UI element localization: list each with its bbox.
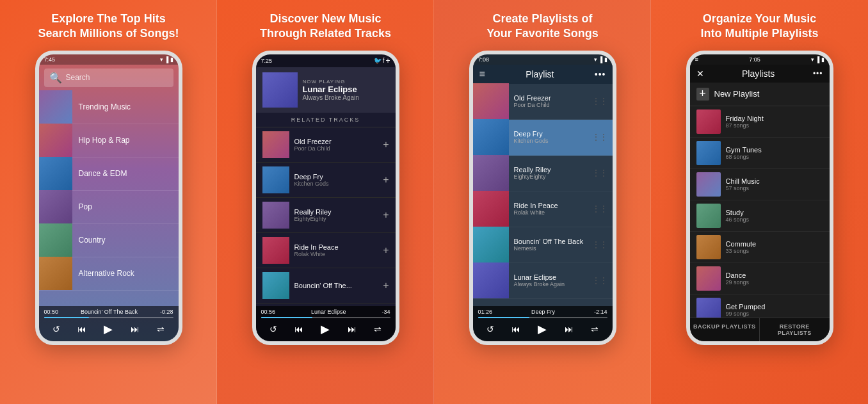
prev-btn-3[interactable]: ⏮ — [511, 324, 520, 334]
drag-handle-5[interactable]: ⋮⋮ — [592, 240, 613, 249]
category-country[interactable]: Country — [39, 224, 179, 257]
playlist-item-4[interactable]: Study 46 songs — [690, 200, 830, 232]
add-track-btn-5[interactable]: + — [383, 280, 389, 291]
player-controls-3: ↺ ⏮ ▶ ⏭ ⇌ — [478, 321, 607, 337]
track-4[interactable]: Ride In Peace Rolak White + — [256, 233, 396, 268]
playlist-song-4[interactable]: Ride In Peace Rolak White ⋮⋮ — [473, 191, 613, 227]
track-title-4: Ride In Peace — [294, 243, 378, 251]
playlist-name-7: Get Pumped — [726, 303, 823, 311]
progress-fill-2 — [261, 317, 313, 318]
playlist-item-3[interactable]: Chill Music 57 songs — [690, 169, 830, 200]
playlist-header: ≡ Playlist ••• — [473, 65, 613, 84]
add-track-btn-4[interactable]: + — [383, 245, 389, 256]
next-btn-3[interactable]: ⏭ — [565, 324, 574, 334]
category-alternative[interactable]: Alternative Rock — [39, 257, 179, 291]
track-art-2 — [262, 166, 289, 193]
playlist-art-3 — [696, 172, 721, 197]
phone-4: ≡ 7:05 ▾ ▐ ▮ ✕ Playlists ••• + New Playl… — [686, 51, 833, 345]
playlist-info-7: Get Pumped 99 songs — [726, 303, 823, 317]
progress-bar-2[interactable] — [261, 317, 390, 318]
category-pop[interactable]: Pop — [39, 191, 179, 224]
drag-handle-2[interactable]: ⋮⋮ — [592, 133, 613, 141]
next-btn-2[interactable]: ⏭ — [348, 324, 357, 334]
play-btn-3[interactable]: ▶ — [538, 322, 547, 336]
random-btn-3[interactable]: ⇌ — [591, 324, 599, 334]
category-thumb-4 — [39, 190, 72, 223]
add-track-btn-1[interactable]: + — [383, 139, 389, 150]
random-btn-1[interactable]: ⇌ — [157, 324, 165, 334]
progress-bar-3[interactable] — [478, 317, 607, 318]
shuffle-btn-3[interactable]: ↺ — [486, 324, 494, 334]
track-2[interactable]: Deep Fry Kitchen Gods + — [256, 163, 396, 198]
playlist-song-1[interactable]: Old Freezer Poor Da Child ⋮⋮ — [473, 84, 613, 120]
playlist-item-6[interactable]: Dance 29 songs — [690, 263, 830, 295]
category-trending[interactable]: Trending Music — [39, 91, 179, 124]
play-btn-1[interactable]: ▶ — [104, 322, 113, 336]
search-placeholder: Search — [66, 73, 90, 82]
signal-icon-4: ▐ — [816, 56, 819, 63]
drag-handle-6[interactable]: ⋮⋮ — [592, 276, 613, 285]
track-title-1: Old Freezer — [294, 138, 378, 145]
playlist-count-4: 46 songs — [726, 216, 823, 223]
song-info-2: 00:56 Lunar Eclipse -34 — [261, 309, 390, 315]
phone-1-screen: 7:45 ▾ ▐ ▮ 🔍 Search Trending Music Hip H… — [39, 54, 179, 341]
playlist-art-4 — [696, 204, 721, 228]
close-icon-4[interactable]: ✕ — [696, 69, 704, 79]
random-btn-2[interactable]: ⇌ — [374, 324, 382, 334]
drag-handle-3[interactable]: ⋮⋮ — [592, 168, 613, 177]
category-thumb-1 — [39, 90, 72, 124]
section-3-title: Create Playlists ofYour Favorite Songs — [486, 12, 599, 42]
status-time-1: 7:45 — [44, 56, 56, 63]
progress-bar-1[interactable] — [44, 317, 173, 318]
track-art-4 — [262, 237, 289, 264]
playlist-item-2[interactable]: Gym Tunes 68 songs — [690, 138, 830, 169]
drag-handle-1[interactable]: ⋮⋮ — [592, 97, 613, 106]
prev-btn-2[interactable]: ⏮ — [294, 324, 303, 334]
add-track-btn-3[interactable]: + — [383, 209, 389, 221]
shuffle-btn-2[interactable]: ↺ — [269, 324, 277, 334]
playlist-info-3: Chill Music 57 songs — [726, 177, 823, 191]
track-5[interactable]: Bouncin' Off The... + — [256, 268, 396, 303]
playlist-song-art-5 — [473, 227, 509, 263]
playlist-song-info-1: Old Freezer Poor Da Child — [509, 94, 592, 108]
playlist-item-1[interactable]: Friday Night 87 songs — [690, 106, 830, 138]
playlist-song-5[interactable]: Bouncin' Off The Back Nemesis ⋮⋮ — [473, 227, 613, 263]
playlist-count-1: 87 songs — [726, 122, 823, 129]
category-label-5: Country — [72, 236, 106, 245]
track-artist-4: Rolak White — [294, 251, 378, 257]
status-icons-2: 🐦 f + — [374, 56, 390, 65]
status-icons-3: ▾ ▐ ▮ — [594, 56, 607, 63]
prev-btn-1[interactable]: ⏮ — [77, 324, 86, 334]
signal-icon-3: ▐ — [599, 56, 602, 63]
drag-handle-4[interactable]: ⋮⋮ — [592, 204, 613, 213]
add-track-btn-2[interactable]: + — [383, 174, 389, 186]
section-playlists: Organize Your MusicInto Multiple Playlis… — [651, 0, 868, 404]
track-info-3: Really Riley EightyEighty — [294, 208, 378, 222]
track-3[interactable]: Really Riley EightyEighty + — [256, 198, 396, 233]
search-bar[interactable]: 🔍 Search — [44, 69, 173, 87]
restore-playlists-btn[interactable]: RESTORE PLAYLISTS — [760, 318, 830, 341]
playlist-song-2[interactable]: Deep Fry Kitchen Gods ⋮⋮ — [473, 120, 613, 156]
playlist-art-5 — [696, 235, 721, 259]
playlist-song-artist-1: Poor Da Child — [514, 102, 587, 108]
playlist-song-6[interactable]: Lunar Eclipse Always Broke Again ⋮⋮ — [473, 263, 613, 299]
track-1[interactable]: Old Freezer Poor Da Child + — [256, 127, 396, 163]
now-playing-title: Lunar Eclipse — [303, 85, 389, 94]
play-btn-2[interactable]: ▶ — [321, 322, 330, 336]
shuffle-btn-1[interactable]: ↺ — [52, 324, 60, 334]
category-dance[interactable]: Dance & EDM — [39, 158, 179, 191]
next-btn-1[interactable]: ⏭ — [131, 324, 140, 334]
category-hiphop[interactable]: Hip Hop & Rap — [39, 124, 179, 158]
playlist-item-5[interactable]: Commute 33 songs — [690, 232, 830, 263]
more-icon-3[interactable]: ••• — [595, 69, 606, 79]
category-thumb-5 — [39, 223, 72, 257]
menu-icon-3[interactable]: ≡ — [479, 69, 485, 80]
category-label-6: Alternative Rock — [72, 269, 134, 278]
backup-playlists-btn[interactable]: BACKUP PLAYLISTS — [690, 318, 760, 341]
more-icon-4[interactable]: ••• — [813, 69, 823, 78]
time-end-3: -2:14 — [594, 309, 607, 315]
new-playlist-item[interactable]: + New Playlist — [690, 83, 830, 106]
status-bar-1: 7:45 ▾ ▐ ▮ — [39, 54, 179, 65]
playlist-song-3[interactable]: Really Riley EightyEighty ⋮⋮ — [473, 156, 613, 191]
category-thumb-2 — [39, 124, 72, 157]
